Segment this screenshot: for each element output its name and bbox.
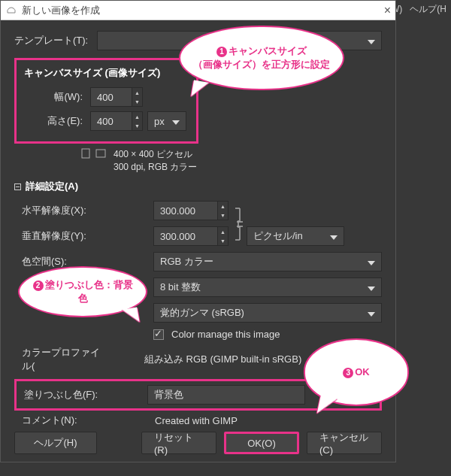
annotation-2: 2塗りつぶし色：背景色 [18, 266, 147, 317]
color-manage-label: Color manage this image [170, 329, 280, 340]
yres-value: 300.000 [160, 231, 195, 242]
fill-label: 塗りつぶし色(F): [21, 388, 119, 402]
svg-rect-1 [96, 150, 105, 157]
app-icon [5, 5, 17, 17]
height-label: 高さ(E): [39, 114, 83, 128]
portrait-icon[interactable] [80, 148, 91, 159]
unit-select[interactable]: px [147, 111, 186, 131]
comment-value[interactable]: Created with GIMP [153, 415, 238, 426]
cancel-button[interactable]: キャンセル(C) [307, 432, 382, 454]
height-value: 400 [97, 116, 114, 127]
template-label: テンプレート(T): [14, 34, 97, 47]
gamma-select[interactable]: 覚的ガンマ (sRGB) [153, 303, 382, 323]
close-icon[interactable]: × [384, 4, 391, 17]
chevron-down-icon [362, 282, 375, 293]
annotation-1: 1キャンバスサイズ （画像サイズ）を正方形に設定 [179, 26, 344, 90]
chevron-down-icon [166, 116, 180, 127]
res-unit-select[interactable]: ピクセル/in [247, 226, 344, 246]
color-manage-checkbox[interactable] [153, 329, 164, 340]
chevron-down-icon [362, 35, 375, 47]
width-input[interactable]: 400 ▲▼ [90, 87, 143, 107]
height-input[interactable]: 400 ▲▼ [90, 111, 143, 131]
titlebar: 新しい画像を作成 × [1, 1, 395, 20]
canvas-info: 400 × 400 ピクセル 300 dpi, RGB カラー [80, 148, 382, 174]
precision-select[interactable]: 8 bit 整数 [153, 277, 382, 297]
colorspace-select[interactable]: RGB カラー [153, 252, 382, 271]
unit-value: px [154, 116, 165, 127]
fill-value: 背景色 [154, 388, 183, 402]
width-spinner[interactable]: ▲▼ [132, 88, 142, 106]
advanced-title[interactable]: 詳細設定(A) [14, 180, 382, 193]
xres-input[interactable]: 300.000▲▼ [153, 201, 229, 220]
canvas-size-highlight: キャンバスサイズ (画像サイズ) 幅(W): 400 ▲▼ 高さ(E): 400… [14, 58, 198, 144]
link-icon[interactable] [232, 205, 245, 243]
colorspace-value: RGB カラー [160, 255, 213, 268]
xres-spinner[interactable]: ▲▼ [217, 202, 228, 220]
menu-help[interactable]: ヘルプ(H [410, 3, 446, 16]
landscape-icon[interactable] [95, 148, 106, 159]
fill-select[interactable]: 背景色 [147, 385, 305, 405]
xres-value: 300.000 [160, 205, 195, 217]
ok-button[interactable]: OK(O) [224, 432, 299, 454]
gamma-value: 覚的ガンマ (sRGB) [160, 306, 244, 320]
yres-input[interactable]: 300.000▲▼ [153, 226, 229, 246]
reset-button[interactable]: リセット(R) [141, 432, 216, 454]
res-unit-value: ピクセル/in [253, 229, 303, 243]
info-dimensions: 400 × 400 ピクセル [114, 148, 197, 161]
svg-rect-0 [82, 149, 89, 158]
profile-label: カラープロファイル( [22, 346, 108, 373]
yres-label: 垂直解像度(Y): [22, 229, 108, 243]
width-label: 幅(W): [39, 90, 83, 104]
chevron-down-icon [362, 256, 375, 268]
xres-label: 水平解像度(X): [22, 204, 108, 217]
canvas-size-title: キャンバスサイズ (画像サイズ) [24, 66, 189, 80]
button-bar: ヘルプ(H) リセット(R) OK(O) キャンセル(C) [14, 432, 382, 454]
chevron-down-icon [362, 308, 375, 319]
precision-value: 8 bit 整数 [160, 280, 201, 294]
info-dpi: 300 dpi, RGB カラー [114, 161, 197, 174]
collapse-icon [14, 183, 21, 190]
dialog-title: 新しい画像を作成 [22, 4, 100, 17]
help-button[interactable]: ヘルプ(H) [14, 432, 97, 454]
annotation-3: 3OK [304, 338, 409, 406]
height-spinner[interactable]: ▲▼ [132, 112, 142, 130]
yres-spinner[interactable]: ▲▼ [217, 227, 228, 245]
chevron-down-icon [324, 231, 337, 242]
profile-value: 組み込み RGB (GIMP built-in sRGB) [143, 353, 301, 366]
comment-label: コメント(N): [22, 414, 108, 427]
width-value: 400 [97, 92, 114, 103]
